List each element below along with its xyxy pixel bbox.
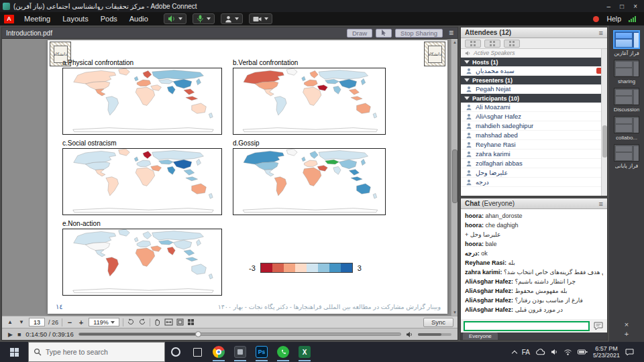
taskbar-search[interactable] (28, 342, 165, 362)
pdf-scrollbar[interactable]: ▲ ▼ (451, 39, 458, 316)
taskbar-whatsapp[interactable] (272, 342, 294, 362)
rotate-right-button[interactable] (138, 316, 146, 328)
webcam-button[interactable] (249, 13, 272, 24)
draw-button[interactable]: Draw (347, 29, 372, 38)
menu-meeting[interactable]: Meeting (18, 15, 56, 23)
battery-icon[interactable] (578, 349, 588, 355)
attendees-pod-header[interactable]: Attendees (12) ≡ (461, 27, 607, 38)
chat-send-button[interactable] (592, 321, 604, 331)
next-page-button[interactable]: ▼ (17, 319, 25, 325)
onedrive-icon[interactable] (535, 349, 545, 355)
attendee-row[interactable]: Ali Moazami (461, 103, 607, 112)
layout-item[interactable]: sharing (614, 60, 639, 84)
attendee-group-header[interactable]: Presenters (1) (461, 76, 607, 84)
attendees-pod-menu-icon[interactable]: ≡ (599, 29, 603, 37)
tray-expand-icon[interactable] (511, 350, 517, 355)
status-button[interactable] (221, 13, 243, 24)
connection-status-icon[interactable] (629, 15, 636, 22)
maximize-button[interactable]: □ (620, 3, 624, 10)
zoom-out-button[interactable]: − (66, 318, 74, 326)
zoom-level-select[interactable]: 119% (89, 318, 119, 326)
attendee-row[interactable]: zolfaghari abbas (461, 159, 607, 168)
layout-thumbnail-icon[interactable] (614, 88, 639, 105)
attendee-row[interactable]: zahra karimi (461, 149, 607, 159)
attendee-row[interactable]: AliAsghar Hafez (461, 112, 607, 121)
pointer-button[interactable] (376, 29, 392, 38)
action-center-icon[interactable] (625, 349, 634, 356)
attendee-row[interactable]: Reyhane Rasi (461, 140, 607, 149)
layout-thumbnail-icon[interactable] (614, 116, 639, 133)
attendees-scrollbar[interactable] (601, 49, 607, 196)
scroll-up-icon[interactable]: ▲ (451, 39, 458, 46)
playback-progress-bar[interactable] (78, 333, 401, 336)
taskbar-connect-app[interactable] (229, 342, 251, 362)
taskbar-chrome[interactable] (208, 342, 229, 362)
layout-thumbnail-icon[interactable] (613, 30, 640, 49)
layout-thumbnail-icon[interactable] (614, 144, 639, 162)
search-input[interactable] (46, 348, 160, 356)
help-menu[interactable]: Help (606, 15, 621, 23)
attendee-view-button-2[interactable] (484, 40, 500, 48)
close-button[interactable]: × (633, 3, 637, 10)
thumbnails-button[interactable] (187, 316, 195, 328)
attendees-scrollbar-thumb[interactable] (602, 125, 607, 158)
microphone-button[interactable] (193, 13, 215, 24)
attendee-view-button-1[interactable] (465, 40, 481, 48)
menu-pods[interactable]: Pods (95, 15, 123, 23)
scrollbar-thumb[interactable] (452, 149, 458, 203)
add-layout-icon[interactable]: + (625, 330, 629, 338)
previous-page-button[interactable]: ▲ (6, 319, 14, 325)
taskbar-photoshop[interactable]: Ps (251, 342, 272, 362)
attendee-row[interactable]: Pegah Nejat (461, 84, 607, 94)
taskbar-excel[interactable]: X (294, 342, 315, 362)
share-pod-menu-icon[interactable]: ≡ (449, 28, 453, 38)
play-button[interactable]: ▶ (8, 331, 13, 338)
scroll-down-icon[interactable]: ▼ (451, 309, 458, 316)
start-button[interactable] (0, 342, 28, 362)
tray-speaker-icon[interactable] (551, 349, 558, 355)
attendee-row[interactable]: درجه (461, 178, 607, 187)
playback-handle[interactable] (195, 331, 201, 337)
attendee-row[interactable]: mahshad abed (461, 131, 607, 140)
layout-thumbnail-icon[interactable] (614, 60, 639, 77)
attendee-view-button-3[interactable] (504, 40, 520, 48)
chat-pod-menu-icon[interactable]: ≡ (599, 200, 603, 208)
zoom-in-button[interactable]: + (77, 318, 85, 326)
attendee-row[interactable]: mahdieh sadeghipur (461, 121, 607, 131)
layout-item[interactable]: فراز آغازین (613, 30, 640, 56)
page-number-field[interactable] (30, 319, 44, 326)
attendee-group-header[interactable]: Participants (10) (461, 94, 607, 103)
taskbar-clock[interactable]: 6:57 PM 5/23/2021 (593, 345, 620, 359)
chat-input[interactable] (464, 321, 590, 331)
page-number-input[interactable] (29, 318, 45, 326)
rotate-left-button[interactable] (127, 316, 135, 328)
attendee-row[interactable]: سیده محمدیان (461, 66, 607, 76)
attendee-group-header[interactable]: Hosts (1) (461, 58, 607, 66)
volume-slider[interactable] (418, 333, 451, 336)
share-pod-titlebar[interactable]: Introduction.pdf Draw Stop Sharing ≡ (2, 27, 458, 39)
close-layout-icon[interactable]: × (625, 321, 629, 328)
minimize-button[interactable]: – (607, 3, 611, 10)
layout-item[interactable]: فراز پایانی (614, 144, 639, 169)
sync-button[interactable]: Sync (423, 318, 453, 327)
pan-button[interactable] (154, 316, 161, 328)
adobe-logo-icon[interactable]: A (4, 15, 14, 23)
chat-tab-everyone[interactable]: Everyone (463, 333, 498, 340)
volume-icon[interactable] (406, 331, 413, 338)
attendee-row[interactable]: علیرضا وحل (461, 168, 607, 178)
layout-item[interactable]: Discussion (614, 88, 640, 113)
chat-messages[interactable]: hoora: ahan_dorostehoora: che daghigh+ ع… (461, 209, 607, 319)
chat-pod-header[interactable]: Chat (Everyone) ≡ (461, 198, 607, 209)
wifi-icon[interactable] (564, 349, 572, 355)
language-indicator[interactable]: FA (522, 349, 530, 356)
fit-page-button[interactable] (176, 316, 184, 328)
cortana-button[interactable] (165, 342, 186, 362)
layout-item[interactable]: collabo... (614, 116, 639, 141)
stop-sharing-button[interactable]: Stop Sharing (395, 29, 443, 38)
stop-button[interactable]: ■ (17, 331, 21, 338)
fit-width-button[interactable] (164, 316, 173, 328)
task-view-button[interactable] (186, 342, 208, 362)
menu-layouts[interactable]: Layouts (56, 15, 95, 23)
menu-audio[interactable]: Audio (123, 15, 154, 23)
speaker-button[interactable] (164, 13, 186, 24)
